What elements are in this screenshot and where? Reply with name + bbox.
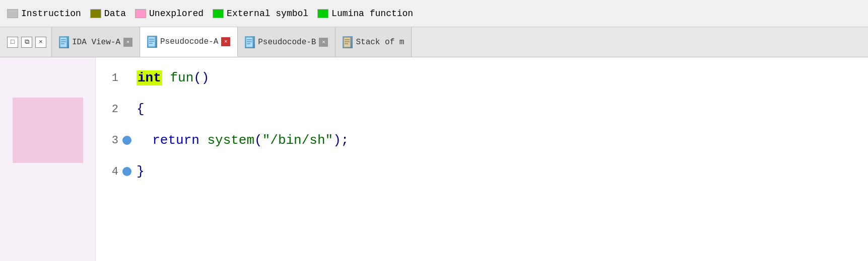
- legend-data: Data: [90, 9, 126, 19]
- tab-label-ida-view-a: IDA View-A: [72, 38, 120, 47]
- breakpoint-bullet-4: [122, 167, 131, 176]
- code-content-2: {: [137, 102, 145, 117]
- code-content-1: int fun(): [137, 70, 209, 85]
- tab-label-stack-of: Stack of m: [356, 38, 404, 47]
- line-number-4: 4: [101, 165, 118, 178]
- tab-icon-pseudocode-b: [245, 36, 255, 48]
- keyword-return: return: [152, 133, 199, 148]
- close-brace: }: [137, 164, 145, 179]
- line-number-3: 3: [101, 134, 118, 147]
- new-window-button[interactable]: □: [7, 37, 18, 48]
- tab-stack-of[interactable]: Stack of m: [336, 27, 412, 57]
- instruction-swatch: [7, 9, 18, 18]
- unexplored-label: Unexplored: [149, 9, 204, 19]
- tab-close-pseudocode-b[interactable]: ×: [319, 38, 328, 47]
- main-content: 1 int fun() 2 { 3 return system("/bin/sh…: [0, 57, 868, 261]
- code-line-3: 3 return system("/bin/sh");: [96, 125, 868, 156]
- fn-name-fun: fun: [170, 70, 193, 85]
- legend-unexplored: Unexplored: [135, 9, 204, 19]
- code-line-4: 4 }: [96, 156, 868, 187]
- svg-rect-8: [246, 37, 253, 47]
- external-symbol-swatch: [213, 9, 224, 18]
- tab-bar: □ ⧉ × IDA View-A × Pseudocode-A × Pseudo…: [0, 27, 868, 57]
- svg-rect-0: [60, 37, 67, 47]
- close-button[interactable]: ×: [35, 37, 46, 48]
- data-label: Data: [104, 9, 126, 19]
- tab-pseudocode-a[interactable]: Pseudocode-A ×: [140, 27, 238, 57]
- lumina-function-swatch: [317, 9, 328, 18]
- tab-close-ida-view-a[interactable]: ×: [123, 38, 132, 47]
- tabs-container: IDA View-A × Pseudocode-A × Pseudocode-B…: [52, 27, 866, 57]
- paren-close-semi: );: [333, 133, 349, 148]
- code-line-2: 2 {: [96, 94, 868, 125]
- svg-rect-4: [148, 37, 155, 47]
- tab-icon-pseudocode-a: [147, 36, 157, 48]
- legend-instruction: Instruction: [7, 9, 81, 19]
- window-controls: □ ⧉ ×: [2, 27, 52, 57]
- legend-bar: Instruction Data Unexplored External sym…: [0, 0, 868, 27]
- code-line-1: 1 int fun(): [96, 62, 868, 94]
- tab-icon-stack-of: [343, 36, 353, 48]
- tab-close-pseudocode-a[interactable]: ×: [221, 37, 230, 46]
- external-symbol-label: External symbol: [227, 9, 308, 19]
- data-swatch: [90, 9, 101, 18]
- line-number-1: 1: [101, 72, 118, 84]
- punctuation-parens: (): [193, 70, 209, 85]
- string-literal: "/bin/sh": [262, 133, 333, 148]
- lumina-function-label: Lumina function: [331, 9, 413, 19]
- tab-ida-view-a[interactable]: IDA View-A ×: [52, 27, 140, 57]
- tab-pseudocode-b[interactable]: Pseudocode-B ×: [238, 27, 336, 57]
- paren-open: (: [254, 133, 262, 148]
- instruction-label: Instruction: [21, 9, 81, 19]
- minimap-pink-block: [13, 98, 83, 163]
- keyword-int: int: [137, 70, 162, 85]
- tab-label-pseudocode-b: Pseudocode-B: [258, 38, 316, 47]
- open-brace: {: [137, 102, 145, 117]
- legend-external-symbol: External symbol: [213, 9, 308, 19]
- fn-name-system: system: [207, 133, 254, 148]
- left-sidebar: [0, 57, 96, 261]
- svg-rect-12: [344, 37, 351, 47]
- breakpoint-bullet-3: [122, 136, 131, 145]
- code-area[interactable]: 1 int fun() 2 { 3 return system("/bin/sh…: [96, 57, 868, 261]
- code-content-3: return system("/bin/sh");: [137, 133, 349, 148]
- tab-label-pseudocode-a: Pseudocode-A: [160, 37, 218, 46]
- tab-icon-ida-view-a: [59, 36, 69, 48]
- code-content-4: }: [137, 164, 145, 179]
- legend-lumina-function: Lumina function: [317, 9, 413, 19]
- duplicate-button[interactable]: ⧉: [21, 37, 32, 48]
- unexplored-swatch: [135, 9, 146, 18]
- line-number-2: 2: [101, 103, 118, 116]
